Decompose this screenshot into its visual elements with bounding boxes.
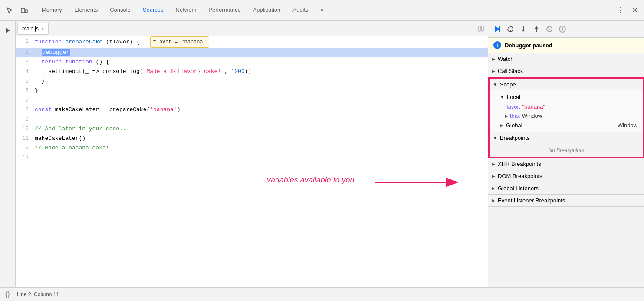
global-listeners-header[interactable]: ▶ Global Listeners [488,182,644,194]
tab-memory[interactable]: Memory [36,0,68,20]
close-devtools-icon[interactable]: ✕ [628,4,641,17]
dom-breakpoints-header[interactable]: ▶ DOM Breakpoints [488,170,644,182]
code-editor[interactable]: 1 function prepareCake (flavor) { flavor… [16,36,488,287]
right-panel: i Debugger paused ▶ Watch ▶ Call Stack ▼… [488,21,644,287]
svg-rect-8 [499,26,500,32]
call-stack-section: ▶ Call Stack [488,65,644,77]
event-listener-section: ▶ Event Listener Breakpoints [488,195,644,207]
tab-console[interactable]: Console [104,0,137,20]
event-listener-header[interactable]: ▶ Event Listener Breakpoints [488,195,644,206]
breakpoints-header[interactable]: ▼ Breakpoints [490,132,643,144]
svg-rect-1 [25,10,27,13]
svg-point-19 [562,30,563,31]
step-out-button[interactable] [531,23,542,35]
this-prop-name: this: [510,112,520,119]
tab-performance[interactable]: Performance [202,0,246,20]
tab-more[interactable]: » [314,0,329,20]
svg-text:variables available to you: variables available to you [267,175,355,184]
flavor-property: flavor: "banana" [490,102,643,111]
code-line-4: 4 setTimeout(_ => console.log(`Made a ${… [16,67,488,76]
breakpoints-section: ▼ Breakpoints No Breakpoints [490,132,643,157]
global-listeners-label: Global Listeners [498,185,539,192]
deactivate-breakpoints-button[interactable] [544,23,555,35]
svg-rect-4 [481,26,483,31]
tab-network[interactable]: Network [170,0,203,20]
code-content[interactable]: 1 function prepareCake (flavor) { flavor… [16,36,488,162]
step-over-button[interactable] [505,23,516,35]
svg-marker-9 [508,26,510,29]
format-icon[interactable]: {} [5,291,10,298]
code-line-11: 11 makeCakeLater() [16,134,488,143]
info-icon: i [493,41,501,49]
code-line-8: 8 const makeCakeLater = prepareCake('ban… [16,105,488,115]
scope-triangle: ▼ [493,82,497,87]
local-scope-header[interactable]: ▼ Local [490,92,643,102]
run-snippet-icon[interactable] [2,24,14,36]
left-panel [0,21,16,287]
select-tool-icon[interactable] [3,4,16,17]
settings-icon[interactable]: ⋮ [614,4,627,17]
event-listener-label: Event Listener Breakpoints [498,197,565,204]
file-tab-close[interactable]: × [41,26,44,31]
file-tab-main-js[interactable]: main.js × [17,23,49,35]
main-layout: main.js × 1 function prepareCake (flavor… [0,21,644,287]
local-label: Local [507,94,520,100]
xhr-triangle: ▶ [492,162,495,166]
global-scope-header[interactable]: ▶ Global Window [490,120,643,130]
global-value: Window [618,122,637,129]
code-line-6: 6 } [16,86,488,96]
svg-rect-0 [21,8,25,13]
breakpoints-label: Breakpoints [500,135,530,141]
code-line-12: 12 // Made a banana cake! [16,143,488,153]
code-line-7: 7 [16,96,488,105]
flavor-prop-name: flavor: [505,103,520,110]
this-property: ▶ this: Window [490,111,643,120]
code-line-3: 3 return function () { [16,57,488,67]
code-line-9: 9 [16,115,488,124]
device-toolbar-icon[interactable] [18,4,30,17]
this-prop-value: Window [522,112,542,119]
svg-line-16 [547,27,552,31]
watch-triangle: ▶ [492,56,495,61]
flavor-prop-value: "banana" [522,103,545,110]
scope-header[interactable]: ▼ Scope [490,79,643,90]
status-bar: {} Line 2, Column 11 [0,287,644,301]
scope-content: ▼ Local flavor: "banana" ▶ this: Window [490,90,643,132]
code-line-5: 5 } [16,76,488,86]
call-stack-header[interactable]: ▶ Call Stack [488,65,644,77]
xhr-breakpoints-header[interactable]: ▶ XHR Breakpoints [488,158,644,170]
collapse-files-icon[interactable] [476,23,486,34]
main-nav-tabs: Memory Elements Console Sources Network … [36,0,614,20]
pause-on-exceptions-button[interactable] [557,23,568,35]
tab-audits[interactable]: Audits [286,0,314,20]
dom-triangle: ▶ [492,174,495,179]
file-tab-label: main.js [22,26,39,32]
code-line-1: 1 function prepareCake (flavor) { flavor… [16,36,488,48]
scope-section: ▼ Scope ▼ Local flavor: "banana" ▶ this: [488,77,644,158]
step-into-button[interactable] [518,23,529,35]
dom-breakpoints-section: ▶ DOM Breakpoints [488,170,644,182]
watch-section: ▶ Watch [488,53,644,65]
devtools-toolbar: Memory Elements Console Sources Network … [0,0,644,21]
local-triangle: ▼ [500,95,504,99]
svg-marker-14 [535,26,538,29]
debugger-status: i Debugger paused [488,38,644,53]
debugger-controls [488,21,644,38]
svg-marker-2 [6,28,10,33]
resume-button[interactable] [492,23,503,35]
tab-elements[interactable]: Elements [68,0,104,20]
cursor-position: Line 2, Column 11 [17,291,59,298]
this-triangle: ▶ [505,114,508,118]
watch-section-header[interactable]: ▶ Watch [488,53,644,65]
watch-label: Watch [498,56,513,62]
xhr-breakpoints-section: ▶ XHR Breakpoints [488,158,644,170]
tab-sources[interactable]: Sources [137,0,170,20]
svg-marker-12 [522,30,525,32]
code-line-13: 13 [16,153,488,162]
global-label: Global [506,122,522,129]
scope-label: Scope [500,81,516,88]
call-stack-label: Call Stack [498,68,523,74]
file-tabs-bar: main.js × [16,21,488,36]
toolbar-right: ⋮ ✕ [614,4,641,17]
tab-application[interactable]: Application [247,0,287,20]
